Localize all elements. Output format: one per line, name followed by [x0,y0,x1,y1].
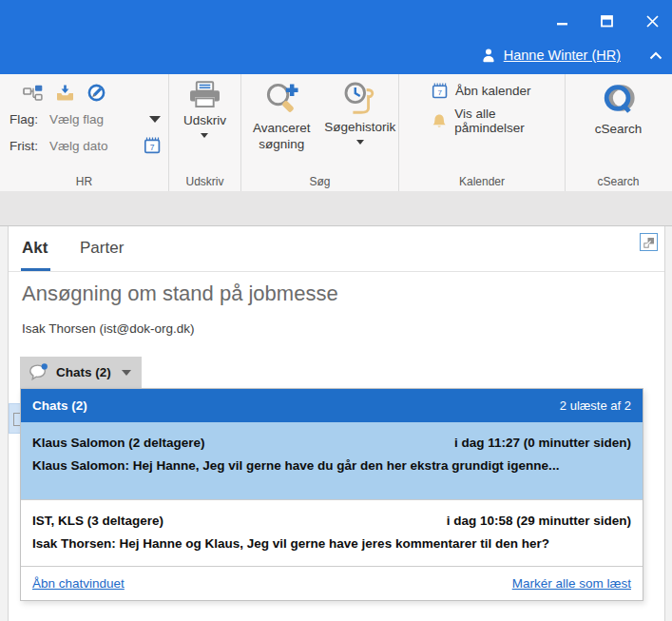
csearch-icon [601,81,637,117]
ribbon-group-label-hr: HR [0,175,168,188]
chat-participants: Klaus Salomon (2 deltagere) [32,436,205,450]
calendar-icon: 7 [144,137,161,154]
distribute-icon[interactable] [23,85,43,105]
popout-icon [643,237,655,248]
flag-value-dropdown[interactable]: Vælg flag [49,112,104,126]
csearch-button[interactable]: cSearch [595,74,643,137]
minimize-icon [557,15,568,27]
titlebar: Hanne Winter (HR) [0,0,672,74]
advanced-search-label: Avanceret søgning [241,120,321,152]
chats-panel-footer: Åbn chatvinduet Markér alle som læst [21,566,643,600]
deadline-value-dropdown[interactable]: Vælg dato [49,139,108,153]
popout-window-button[interactable] [640,233,658,251]
ribbon-group-label-sog: Søg [241,175,398,188]
chat-list-item[interactable]: IST, KLS (3 deltagere) i dag 10:58 (29 m… [21,499,643,566]
ribbon-section-sog: Avanceret søgning Søgehistorik Søg [241,74,399,191]
ribbon-section-hr: Flag: Vælg flag Frist: Vælg dato 7 HR [0,74,169,191]
svg-text:7: 7 [437,88,442,97]
search-history-button[interactable]: Søgehistorik [322,74,398,152]
ribbon-section-kalender: 7 Åbn kalender Vis alle påmindelser Kale… [399,74,566,191]
advanced-search-icon [264,81,299,116]
minimize-button[interactable] [545,10,581,32]
person-icon [481,48,496,63]
chat-timestamp: i dag 10:58 (29 minutter siden) [447,514,631,528]
receive-tray-icon[interactable] [56,85,74,105]
open-calendar-button[interactable]: 7 Åbn kalender [432,83,565,99]
chats-panel-header: Chats (2) 2 ulæste af 2 [21,389,643,422]
caret-down-icon [356,140,364,145]
chat-participants: IST, KLS (3 deltagere) [32,514,163,528]
active-tab-indicator [21,268,50,271]
tab-akt[interactable]: Akt [22,239,48,258]
chat-message-preview: Klaus Salomon: Hej Hanne, Jeg vil gerne … [32,458,631,473]
chats-panel-title: Chats (2) [32,398,87,413]
maximize-button[interactable] [589,10,625,32]
caret-down-icon [201,133,208,138]
flag-label: Flag: [10,112,49,126]
print-button[interactable]: Udskriv [183,74,226,138]
csearch-label: cSearch [595,121,643,137]
maximize-icon [601,15,614,28]
bell-icon [432,113,447,129]
chevron-up-icon [649,51,662,60]
ribbon-group-label-udskriv: Udskriv [169,175,240,188]
ribbon-group-label-kalender: Kalender [399,175,565,188]
chats-dropdown-panel: Chats (2) 2 ulæste af 2 Klaus Salomon (2… [20,388,643,601]
chats-unread-count: 2 ulæste af 2 [560,398,631,413]
caret-down-icon [122,370,131,376]
window-controls [545,10,670,32]
date-picker-button[interactable]: 7 [144,137,161,154]
chats-button-label: Chats (2) [56,365,111,379]
show-reminders-label: Vis alle påmindelser [454,107,565,135]
caret-down-icon [149,116,161,123]
chat-timestamp: i dag 11:27 (0 minutter siden) [454,436,631,450]
tab-parter[interactable]: Parter [80,239,124,258]
record-sender: Isak Thorsen (ist@dok-org.dk) [22,321,195,336]
ribbon: Flag: Vælg flag Frist: Vælg dato 7 HR [0,74,672,192]
open-calendar-label: Åbn kalender [455,84,531,98]
ribbon-group-label-csearch: cSearch [566,175,671,188]
chats-dropdown-button[interactable]: Chats (2) [20,357,142,388]
show-reminders-button[interactable]: Vis alle påmindelser [432,107,565,135]
chat-list-item[interactable]: Klaus Salomon (2 deltagere) i dag 11:27 … [21,422,643,499]
svg-text:7: 7 [150,143,155,152]
deadline-label: Frist: [10,139,49,153]
chat-bubble-icon [29,363,48,381]
print-button-label: Udskriv [183,112,226,128]
advanced-search-button[interactable]: Avanceret søgning [241,74,321,152]
current-user-link[interactable]: Hanne Winter (HR) [504,48,621,63]
collapse-ribbon-button[interactable] [649,51,662,60]
ribbon-section-udskriv: Udskriv Udskriv [169,74,241,191]
close-icon [646,15,659,28]
content-background: Akt Parter Ansøgning om stand på jobmess… [0,226,672,621]
ribbon-section-csearch: cSearch cSearch [566,74,671,191]
calendar-icon: 7 [432,83,448,99]
user-row: Hanne Winter (HR) [0,44,662,67]
printer-icon [189,81,221,108]
toolbar-spacer-band [0,191,672,226]
record-title: Ansøgning om stand på jobmesse [22,281,338,306]
flag-dropdown-button[interactable] [149,116,161,123]
edit-icon[interactable] [87,84,106,106]
tab-row: Akt Parter [9,226,664,272]
open-chat-window-link[interactable]: Åbn chatvinduet [32,576,125,591]
mark-all-read-link[interactable]: Markér alle som læst [512,576,631,591]
close-button[interactable] [634,10,670,32]
chat-message-preview: Isak Thorsen: Hej Hanne og Klaus, Jeg vi… [32,536,631,551]
record-panel: Akt Parter Ansøgning om stand på jobmess… [8,226,665,621]
search-history-label: Søgehistorik [324,119,395,135]
search-history-icon [342,81,378,115]
